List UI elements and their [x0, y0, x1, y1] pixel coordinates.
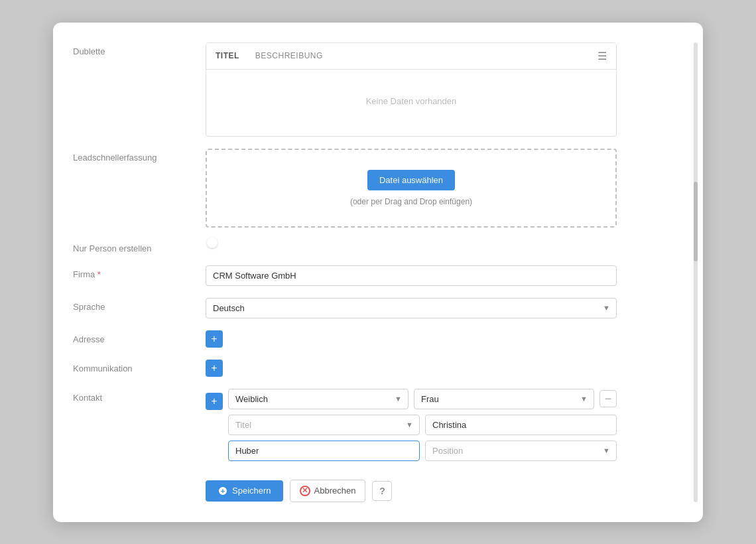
speichern-label: Speichern: [232, 486, 271, 496]
sprache-row: Sprache Deutsch English Français ▼: [73, 298, 683, 318]
firma-label: Firma: [73, 265, 206, 279]
kontakt-name-row: Titel Dr. Prof. ▼: [228, 415, 617, 435]
kommunikation-row: Kommunikation +: [73, 360, 683, 377]
title-select-wrapper: Titel Dr. Prof. ▼: [228, 415, 420, 435]
sprache-select-wrapper: Deutsch English Français ▼: [206, 298, 617, 318]
adresse-add-button[interactable]: +: [206, 330, 223, 348]
sprache-content: Deutsch English Français ▼: [206, 298, 617, 318]
help-button[interactable]: ?: [372, 481, 392, 501]
help-label: ?: [379, 486, 385, 496]
dublette-table: TITEL BESCHREIBUNG ☰ Keine Daten vorhand…: [206, 42, 617, 137]
lead-row: Leadschnellerfassung Datei auswählen (od…: [73, 149, 683, 228]
nur-person-content: [206, 239, 617, 249]
kommunikation-add-button[interactable]: +: [206, 360, 223, 377]
abbrechen-label: Abbrechen: [314, 486, 356, 496]
drag-hint: (oder per Drag and Drop einfügen): [216, 197, 606, 206]
firma-content: [206, 265, 617, 286]
lastname-input[interactable]: [228, 441, 420, 461]
nur-person-row: Nur Person erstellen: [73, 239, 683, 253]
salutation-select[interactable]: Frau Herr: [414, 389, 594, 409]
sprache-select[interactable]: Deutsch English Français: [206, 298, 617, 318]
lead-dropzone[interactable]: Datei auswählen (oder per Drag and Drop …: [206, 149, 617, 228]
title-select[interactable]: Titel Dr. Prof.: [228, 415, 420, 435]
kontakt-fields: Weiblich Männlich Divers ▼ Frau Herr ▼: [228, 389, 617, 461]
scrollbar[interactable]: [694, 42, 698, 502]
firma-input[interactable]: [206, 265, 617, 286]
bottom-bar: + Speichern ✕ Abbrechen ?: [73, 480, 683, 502]
sprache-label: Sprache: [73, 298, 206, 312]
hamburger-icon[interactable]: ☰: [598, 50, 607, 62]
kontakt-lastname-row: Position Manager Director ▼: [228, 441, 617, 461]
adresse-label: Adresse: [73, 330, 206, 344]
col-beschreibung: BESCHREIBUNG: [255, 51, 323, 60]
adresse-row: Adresse +: [73, 330, 683, 348]
kontakt-content: + Weiblich Männlich Divers ▼ Frau: [206, 389, 617, 461]
position-select[interactable]: Position Manager Director: [425, 441, 617, 461]
kommunikation-content: +: [206, 360, 617, 377]
scrollbar-thumb[interactable]: [694, 182, 698, 261]
speichern-button[interactable]: + Speichern: [206, 480, 283, 502]
dublette-content: TITEL BESCHREIBUNG ☰ Keine Daten vorhand…: [206, 42, 617, 137]
kontakt-remove-button[interactable]: −: [599, 390, 617, 407]
firstname-input[interactable]: [425, 415, 617, 435]
kontakt-add-button[interactable]: +: [206, 393, 223, 410]
position-select-wrapper: Position Manager Director ▼: [425, 441, 617, 461]
lead-content: Datei auswählen (oder per Drag and Drop …: [206, 149, 617, 228]
dublette-row: Dublette TITEL BESCHREIBUNG ☰ Keine Date…: [73, 42, 683, 137]
kontakt-gender-row: Weiblich Männlich Divers ▼ Frau Herr ▼: [228, 389, 617, 409]
main-window: Dublette TITEL BESCHREIBUNG ☰ Keine Date…: [53, 23, 703, 522]
lastname-wrapper: [228, 441, 420, 461]
empty-text: Keine Daten vorhanden: [366, 96, 457, 106]
dublette-label: Dublette: [73, 42, 206, 56]
kommunikation-label: Kommunikation: [73, 360, 206, 374]
dublette-header: TITEL BESCHREIBUNG ☰: [206, 43, 616, 70]
dublette-empty: Keine Daten vorhanden: [206, 70, 616, 136]
speichern-icon: +: [218, 486, 228, 496]
lead-label: Leadschnellerfassung: [73, 149, 206, 163]
firma-row: Firma: [73, 265, 683, 286]
col-titel: TITEL: [216, 51, 239, 60]
salutation-select-wrapper: Frau Herr ▼: [414, 389, 594, 409]
kontakt-label: Kontakt: [73, 389, 206, 403]
adresse-content: +: [206, 330, 617, 348]
abbrechen-icon: ✕: [300, 486, 310, 496]
abbrechen-button[interactable]: ✕ Abbrechen: [290, 480, 366, 502]
nur-person-label: Nur Person erstellen: [73, 239, 206, 253]
gender-select-wrapper: Weiblich Männlich Divers ▼: [228, 389, 409, 409]
datei-auswaehlen-button[interactable]: Datei auswählen: [367, 170, 455, 190]
kontakt-row: Kontakt + Weiblich Männlich Divers ▼: [73, 389, 683, 461]
firstname-wrapper: [425, 415, 617, 435]
gender-select[interactable]: Weiblich Männlich Divers: [228, 389, 409, 409]
